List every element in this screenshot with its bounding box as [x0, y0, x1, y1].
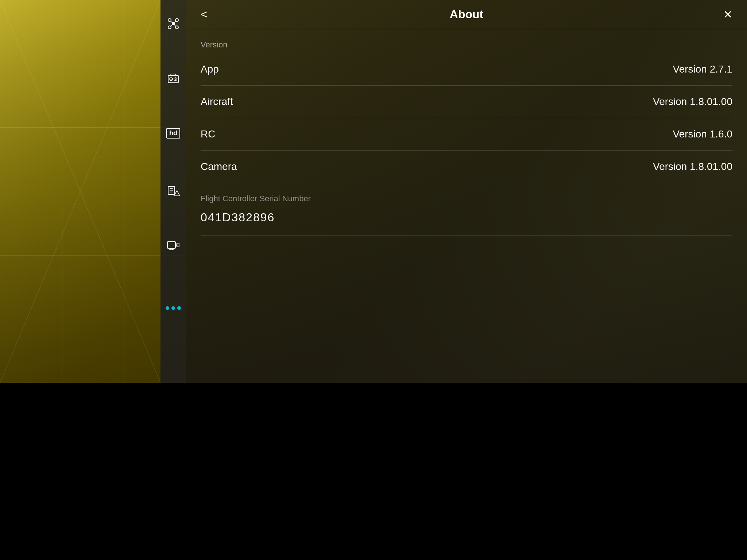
serial-value: 041D382896	[201, 211, 732, 224]
black-bar-bottom	[0, 383, 747, 560]
camera-version-row: Camera Version 1.8.01.00	[201, 151, 732, 183]
rc-value: Version 1.6.0	[673, 128, 732, 140]
serial-label: Flight Controller Serial Number	[201, 194, 732, 203]
drone-icon	[166, 16, 181, 31]
camera-label: Camera	[201, 161, 237, 172]
sidebar-item-drone[interactable]	[160, 4, 186, 44]
rc-version-row: RC Version 1.6.0	[201, 118, 732, 151]
sidebar-item-map[interactable]	[160, 171, 186, 211]
aircraft-label: Aircraft	[201, 96, 233, 108]
aircraft-version-row: Aircraft Version 1.8.01.00	[201, 86, 732, 118]
sidebar-item-camera-settings[interactable]	[160, 58, 186, 98]
camera-settings-icon	[166, 71, 181, 86]
aircraft-value: Version 1.8.01.00	[653, 96, 732, 108]
serial-section: Flight Controller Serial Number 041D3828…	[201, 183, 732, 236]
serial-divider	[201, 235, 732, 236]
app-label: App	[201, 63, 219, 75]
svg-point-33	[176, 244, 178, 246]
about-title: About	[450, 8, 483, 21]
svg-point-7	[175, 19, 178, 22]
about-panel: < About ✕ Version App Version 2.7.1 Airc…	[186, 0, 747, 383]
svg-point-8	[168, 26, 171, 29]
svg-point-19	[175, 78, 176, 79]
svg-point-6	[168, 19, 171, 22]
screen-record-icon	[166, 239, 181, 253]
more-dots-icon	[166, 306, 181, 310]
map-waypoint-icon	[166, 184, 181, 199]
sidebar-item-screen-record[interactable]	[160, 226, 186, 266]
sidebar-item-hd[interactable]: hd	[160, 113, 186, 153]
app-value: Version 2.7.1	[673, 63, 732, 75]
svg-point-17	[170, 78, 171, 79]
close-button[interactable]: ✕	[720, 4, 736, 24]
back-button[interactable]: <	[197, 4, 211, 25]
version-section-header: Version	[201, 29, 732, 53]
camera-value: Version 1.8.01.00	[653, 161, 732, 172]
sidebar: hd	[160, 0, 186, 383]
about-header: < About ✕	[186, 0, 747, 29]
about-content: Version App Version 2.7.1 Aircraft Versi…	[186, 29, 747, 236]
svg-rect-28	[167, 242, 175, 248]
svg-point-9	[175, 26, 178, 29]
svg-rect-14	[172, 22, 175, 25]
hd-badge: hd	[166, 128, 180, 139]
rc-label: RC	[201, 128, 215, 140]
app-version-row: App Version 2.7.1	[201, 53, 732, 86]
sidebar-item-more[interactable]	[160, 288, 186, 328]
